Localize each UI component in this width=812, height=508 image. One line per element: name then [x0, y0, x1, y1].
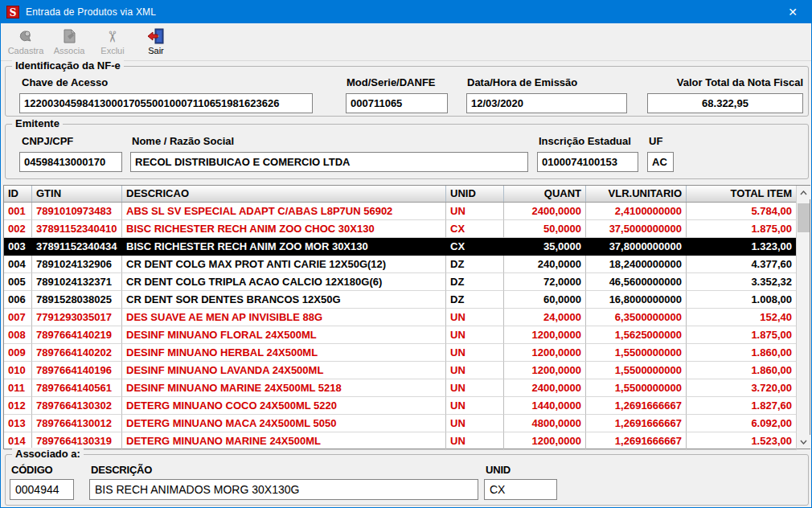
grid-cell-total: 1.827,60: [687, 397, 797, 415]
table-row[interactable]: 0097897664140202DESINF MINUANO HERBAL 24…: [4, 344, 810, 362]
grid-cell-desc: DESINF MINUANO LAVANDA 24X500ML: [122, 362, 446, 379]
grid-cell-gtin: 7897664140561: [32, 379, 122, 397]
grid-cell-unid: UN: [446, 379, 504, 397]
sair-button[interactable]: Sair: [134, 27, 178, 59]
table-row[interactable]: 0077791293035017DES SUAVE AE MEN AP INVI…: [4, 309, 810, 326]
exit-door-icon: [146, 27, 166, 46]
table-row[interactable]: 0127897664130302DETERG MINUANO COCO 24X5…: [4, 397, 810, 415]
toolbar: Cadastra Associa ✂ Exclui: [1, 23, 811, 61]
grid-cell-total: 1.860,00: [687, 362, 797, 379]
column-header-unid[interactable]: UNID: [446, 186, 504, 202]
table-row[interactable]: 00237891152340410BISC RICHESTER RECH ANI…: [4, 220, 810, 238]
groupbox-associado: Associado a: CÓDIGO 0004944 DESCRIÇÃO BI…: [5, 454, 809, 506]
grid-cell-total: 6.092,00: [687, 415, 797, 432]
grid-cell-id: 013: [4, 415, 32, 432]
grid-cell-unid: UN: [446, 397, 504, 415]
scrollbar-down-button[interactable]: [797, 435, 810, 449]
cnpj-field[interactable]: 04598413000170: [19, 152, 122, 172]
grid-cell-vlr: 1,5500000000: [586, 362, 687, 379]
grid-cell-total: 152,40: [687, 309, 797, 326]
nome-field[interactable]: RECOL DISTRIBUICAO E COMERCIO LTDA: [130, 152, 528, 172]
window-title: Entrada de Produtos via XML: [26, 6, 156, 18]
grid-cell-gtin: 37891152340434: [32, 238, 122, 256]
grid-cell-unid: UN: [446, 362, 504, 379]
data-field[interactable]: 12/03/2020: [466, 93, 627, 113]
grid-cell-gtin: 7897664130012: [32, 415, 122, 432]
grid-cell-unid: DZ: [446, 273, 504, 291]
uf-field[interactable]: AC: [647, 152, 674, 172]
column-header-total[interactable]: TOTAL ITEM: [687, 186, 797, 202]
column-header-vlr[interactable]: VLR.UNITARIO: [586, 186, 687, 202]
ie-field[interactable]: 0100074100153: [537, 152, 638, 172]
unid-field[interactable]: CX: [484, 479, 557, 500]
table-row[interactable]: 0067891528038025CR DENT SOR DENTES BRANC…: [4, 291, 810, 309]
grid-vscrollbar[interactable]: [796, 186, 810, 449]
grid-cell-quant: 35,0000: [504, 238, 586, 256]
grid-cell-gtin: 7891528038025: [32, 291, 122, 309]
valor-label: Valor Total da Nota Fiscal: [677, 76, 803, 88]
scrollbar-up-button[interactable]: [797, 186, 810, 199]
table-row[interactable]: 0087897664140219DESINF MINUANO FLORAL 24…: [4, 326, 810, 344]
groupbox-emitente: Emitente CNPJ/CPF 04598413000170 Nome / …: [5, 124, 809, 179]
grid-cell-total: 4.377,60: [687, 256, 797, 273]
grid-cell-desc: CR DENT COLG TRIPLA ACAO CALCIO 12X180G(…: [122, 273, 446, 291]
scrollbar-thumb[interactable]: [798, 203, 810, 232]
column-header-desc[interactable]: DESCRICAO: [122, 186, 446, 202]
grid-cell-quant: 2400,0000: [504, 379, 586, 397]
grid-cell-vlr: 1,2691666667: [586, 415, 687, 432]
grid-cell-gtin: 7891024132371: [32, 273, 122, 291]
codigo-label: CÓDIGO: [11, 464, 53, 476]
table-row[interactable]: 0137897664130012DETERG MINUANO MACA 24X5…: [4, 415, 810, 432]
grid-cell-unid: UN: [446, 309, 504, 326]
grid-cell-id: 005: [4, 273, 32, 291]
column-header-id[interactable]: ID: [4, 186, 32, 202]
cadastra-button[interactable]: Cadastra: [4, 27, 47, 59]
grid-cell-total: 3.720,00: [687, 379, 797, 397]
associa-button[interactable]: Associa: [47, 27, 91, 59]
grid-cell-desc: DETERG MINUANO COCO 24X500ML 5220: [122, 397, 446, 415]
grid-cell-quant: 1200,0000: [504, 362, 586, 379]
codigo-field[interactable]: 0004944: [10, 479, 74, 500]
table-row[interactable]: 0117897664140561DESINF MINUANO MARINE 24…: [4, 379, 810, 397]
grid-cell-gtin: 7897664130302: [32, 397, 122, 415]
table-row[interactable]: 0017891010973483ABS SL SV ESPECIAL ADAPT…: [4, 203, 810, 220]
grid-cell-quant: 1200,0000: [504, 326, 586, 344]
grid-cell-unid: DZ: [446, 256, 504, 273]
app-window: S Entrada de Produtos via XML ✕ Cadastra: [0, 0, 812, 508]
grid-cell-gtin: 7791293035017: [32, 309, 122, 326]
exclui-button[interactable]: ✂ Exclui: [91, 27, 134, 59]
chave-field[interactable]: 1220030459841300017055001000711065198162…: [19, 93, 313, 113]
column-header-quant[interactable]: QUANT: [504, 186, 586, 202]
grid-cell-id: 007: [4, 309, 32, 326]
grid-cell-unid: UN: [446, 203, 504, 220]
column-header-gtin[interactable]: GTIN: [32, 186, 122, 202]
grid-cell-desc: DESINF MINUANO MARINE 24X500ML 5218: [122, 379, 446, 397]
close-button[interactable]: ✕: [774, 1, 811, 23]
table-row[interactable]: 0047891024132906CR DENT COLG MAX PROT AN…: [4, 256, 810, 273]
table-row[interactable]: 00337891152340434BISC RICHESTER RECH ANI…: [4, 238, 810, 256]
grid-cell-desc: DESINF MINUANO HERBAL 24X500ML: [122, 344, 446, 362]
grid-cell-total: 1.860,00: [687, 344, 797, 362]
grid-cell-vlr: 18,2400000000: [586, 256, 687, 273]
table-row[interactable]: 0107897664140196DESINF MINUANO LAVANDA 2…: [4, 362, 810, 379]
grid-cell-vlr: 1,5625000000: [586, 326, 687, 344]
grid-cell-gtin: 37891152340410: [32, 220, 122, 238]
grid-cell-gtin: 7891010973483: [32, 203, 122, 220]
table-row[interactable]: 0057891024132371CR DENT COLG TRIPLA ACAO…: [4, 273, 810, 291]
grid-cell-quant: 240,0000: [504, 256, 586, 273]
groupbox-associado-legend: Associado a:: [12, 448, 84, 460]
descricao-field[interactable]: BIS RECH ANIMADOS MORG 30X130G: [89, 479, 478, 500]
grid-cell-desc: BISC RICHESTER RECH ANIM ZOO MOR 30X130: [122, 238, 446, 256]
grid-cell-desc: DES SUAVE AE MEN AP INVISIBLE 88G: [122, 309, 446, 326]
grid-cell-gtin: 7897664140202: [32, 344, 122, 362]
grid-cell-desc: DETERG MINUANO MACA 24X500ML 5050: [122, 415, 446, 432]
sair-label: Sair: [148, 46, 164, 55]
mod-label: Mod/Serie/DANFE: [347, 76, 436, 88]
mod-field[interactable]: 000711065: [346, 93, 448, 113]
grid-cell-unid: UN: [446, 326, 504, 344]
groupbox-nfe-legend: Identificação da NF-e: [12, 59, 124, 72]
valor-field[interactable]: 68.322,95: [647, 93, 803, 113]
grid-cell-unid: DZ: [446, 291, 504, 309]
table-row[interactable]: 0147897664130319DETERG MINUANO MARINE 24…: [4, 432, 810, 450]
associa-label: Associa: [54, 46, 85, 55]
